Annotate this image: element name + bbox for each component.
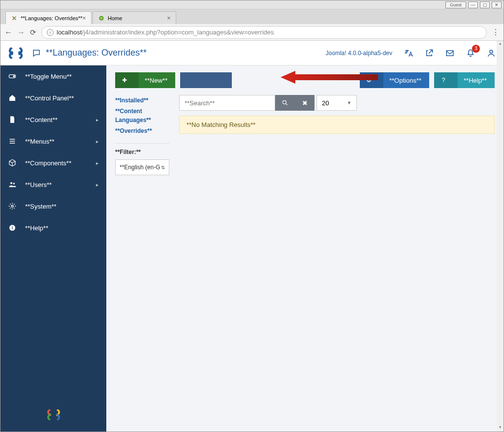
chevron-down-icon: ▼ — [347, 100, 351, 105]
search-input[interactable] — [179, 95, 275, 111]
svg-point-7 — [13, 183, 15, 184]
plus-icon: ✚ — [121, 77, 128, 84]
new-button[interactable]: ✚ **New** — [115, 72, 175, 88]
toolbar: ✚ **New** Clear Cache ⚙ **Options** ? **… — [115, 72, 495, 88]
no-results-message: **No Matching Results** — [179, 116, 495, 134]
button-label: **New** — [145, 77, 167, 84]
close-icon: ✖ — [302, 99, 308, 107]
sidebar-item-menus[interactable]: **Menus** ▸ — [0, 130, 106, 152]
browser-addressbar: ← → ⟳ i localhost/j4/administrator/index… — [0, 24, 504, 41]
bell-icon[interactable]: 3 — [466, 49, 475, 58]
app-topbar: **Languages: Overrides** Joomla! 4.0.0-a… — [0, 41, 504, 65]
sidebar-item-users[interactable]: **Users** ▸ — [0, 174, 106, 195]
joomla-footer-logo-icon — [46, 407, 62, 423]
main-content: ✚ **New** Clear Cache ⚙ **Options** ? **… — [106, 65, 504, 432]
users-icon — [8, 181, 18, 188]
page-title: **Languages: Overrides** — [46, 48, 147, 58]
comment-icon — [32, 49, 41, 58]
select-value: 20 — [322, 99, 329, 107]
filter-language-select[interactable]: **English (en-GB) Admin** ⇅ — [115, 159, 169, 175]
joomla-favicon — [11, 15, 18, 22]
user-icon[interactable] — [487, 49, 496, 58]
sidebar-item-label: **Content** — [25, 116, 58, 123]
help-button[interactable]: ? **Help** — [434, 72, 495, 88]
url-path: /j4/administrator/index.php?option=com_l… — [82, 29, 274, 36]
button-label: **Help** — [464, 77, 487, 84]
svg-point-5 — [13, 75, 15, 77]
chevron-right-icon: ▸ — [96, 160, 98, 166]
search-icon — [282, 99, 288, 106]
notification-badge: 3 — [472, 45, 480, 53]
svg-point-6 — [10, 182, 12, 184]
sidebar-item-label: **System** — [25, 203, 57, 210]
browser-tab[interactable]: Home × — [93, 11, 176, 24]
sidebar-item-system[interactable]: **System** — [0, 195, 106, 217]
home-icon — [8, 94, 18, 102]
language-icon[interactable] — [404, 49, 413, 58]
file-icon — [8, 116, 18, 123]
sidebar-item-label: **Components** — [25, 159, 71, 167]
svg-point-12 — [283, 100, 286, 104]
info-icon: i — [8, 224, 18, 232]
sidebar-item-control-panel[interactable]: **Control Panel** — [0, 87, 106, 109]
sidebar-item-label: **Toggle Menu** — [25, 73, 72, 80]
joomla-favicon — [98, 15, 105, 22]
browser-tabbar: **Languages: Overrides** × Home × — [0, 9, 504, 24]
window-minimize[interactable]: — — [468, 1, 478, 8]
mail-icon[interactable] — [445, 49, 454, 58]
chevron-right-icon: ▸ — [96, 139, 98, 144]
subnav-link-installed[interactable]: **Installed** — [115, 95, 169, 106]
reload-icon[interactable]: ⟳ — [30, 28, 36, 37]
scroll-up-icon[interactable]: ▴ — [499, 41, 502, 48]
subnav-link-overrides[interactable]: **Overrides** — [115, 125, 169, 136]
chevron-right-icon: ▸ — [96, 182, 98, 187]
version-link[interactable]: Joomla! 4.0.0-alpha5-dev — [326, 50, 392, 57]
question-icon: ? — [440, 77, 447, 84]
sidebar-item-label: **Help** — [25, 224, 48, 232]
options-button[interactable]: ⚙ **Options** — [360, 72, 429, 88]
list-icon — [8, 137, 18, 145]
url-input[interactable]: i localhost/j4/administrator/index.php?o… — [41, 26, 487, 39]
nav-back-icon[interactable]: ← — [4, 28, 12, 37]
sidebar-item-content[interactable]: **Content** ▸ — [0, 109, 106, 130]
browser-menu-icon[interactable]: ⋮ — [492, 28, 500, 37]
chevron-right-icon: ▸ — [96, 117, 98, 123]
subnav-link-content-languages[interactable]: **Content Languages** — [115, 106, 169, 125]
sidebar-item-label: **Menus** — [25, 138, 54, 145]
sidebar-item-components[interactable]: **Components** ▸ — [0, 152, 106, 174]
url-host: localhost — [57, 29, 82, 36]
tab-close-icon[interactable]: × — [167, 14, 171, 22]
svg-text:i: i — [12, 225, 13, 230]
select-value: **English (en-GB) Admin** — [120, 164, 160, 171]
tab-close-icon[interactable]: × — [82, 14, 86, 22]
divider — [115, 143, 169, 144]
select-caret-icon: ⇅ — [161, 165, 165, 170]
svg-point-1 — [100, 17, 103, 19]
svg-point-3 — [490, 50, 493, 53]
scroll-down-icon[interactable]: ▾ — [499, 425, 502, 432]
filter-label: **Filter:** — [115, 149, 169, 155]
gear-icon: ⚙ — [366, 77, 373, 84]
tab-label: Home — [108, 15, 122, 21]
scrollbar-vertical[interactable]: ▴ ▾ — [497, 41, 504, 432]
nav-forward-icon: → — [17, 28, 25, 37]
sidebar-item-toggle-menu[interactable]: **Toggle Menu** — [0, 65, 106, 87]
window-close[interactable]: ✕ — [492, 1, 502, 8]
window-maximize[interactable]: ▢ — [480, 1, 490, 8]
browser-tab-active[interactable]: **Languages: Overrides** × — [5, 11, 92, 24]
svg-rect-2 — [446, 50, 453, 56]
gear-icon — [8, 202, 18, 210]
toggle-icon — [8, 72, 18, 80]
site-info-icon[interactable]: i — [47, 29, 54, 36]
subnav: **Installed** **Content Languages** **Ov… — [115, 95, 169, 175]
external-link-icon[interactable] — [425, 49, 434, 58]
joomla-logo-icon[interactable] — [8, 46, 23, 61]
clear-cache-button[interactable]: Clear Cache — [180, 72, 231, 88]
button-label: **Options** — [389, 77, 421, 84]
sidebar-item-help[interactable]: i **Help** — [0, 217, 106, 239]
limit-select[interactable]: 20 ▼ — [316, 95, 357, 111]
clear-search-button[interactable]: ✖ — [295, 95, 315, 111]
guest-button[interactable]: Guest — [445, 1, 466, 8]
search-button[interactable] — [275, 95, 295, 111]
tab-label: **Languages: Overrides** — [21, 15, 82, 21]
